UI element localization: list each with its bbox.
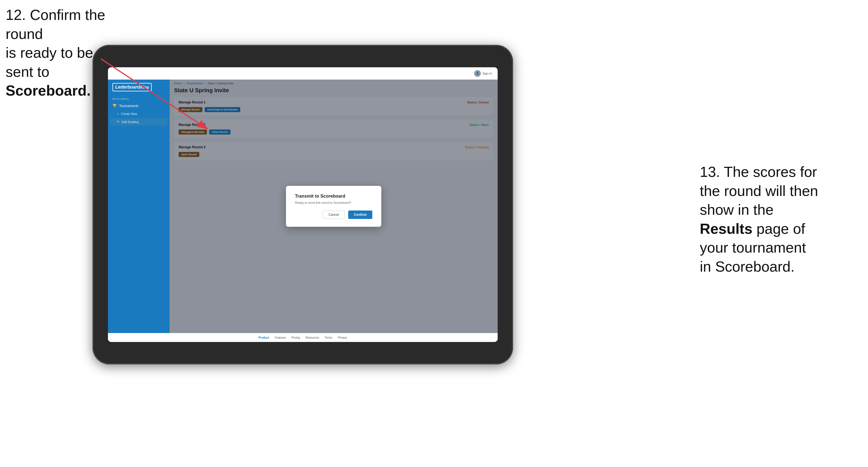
annotation-right-line1: 13. The scores for <box>700 164 817 180</box>
footer-product[interactable]: Product <box>258 336 269 339</box>
annotation-right-line6: in Scoreboard. <box>700 258 795 275</box>
sidebar-item-tournaments[interactable]: 🏆 Tournaments <box>108 101 169 110</box>
tablet-screen: 👤 Sign In LederboardKing MAIN MENU 🏆 Tou… <box>108 67 498 342</box>
annotation-right-results: Results <box>700 221 752 237</box>
logo-king: King <box>140 85 149 90</box>
tablet-shell: 👤 Sign In LederboardKing MAIN MENU 🏆 Tou… <box>93 45 513 365</box>
logo-leader: Le <box>115 85 121 90</box>
main-menu-label: MAIN MENU <box>108 95 169 101</box>
footer-features[interactable]: Features <box>275 336 286 339</box>
confirm-button[interactable]: Confirm <box>348 211 372 219</box>
sidebar: LederboardKing MAIN MENU 🏆 Tournaments +… <box>108 80 169 333</box>
transmit-modal: Transmit to Scoreboard Ready to send thi… <box>286 186 381 227</box>
sidebar-item-create-new[interactable]: + Create New <box>108 110 169 118</box>
sign-in-area[interactable]: 👤 Sign In <box>474 70 492 77</box>
footer-resources[interactable]: Resources <box>306 336 319 339</box>
edit-icon: ✎ <box>117 120 119 124</box>
footer-pricing[interactable]: Pricing <box>291 336 300 339</box>
edit-existing-label: Edit Existing <box>122 120 139 124</box>
footer-terms[interactable]: Terms <box>325 336 332 339</box>
annotation-right-line3: show in the <box>700 201 774 218</box>
annotation-right-line4-rest: page of <box>752 221 805 237</box>
logo-box: LederboardKing <box>113 83 152 91</box>
modal-backdrop: Transmit to Scoreboard Ready to send thi… <box>169 80 498 333</box>
annotation-line3: Scoreboard. <box>6 83 91 99</box>
sidebar-item-edit-existing[interactable]: ✎ Edit Existing <box>110 118 167 126</box>
footer-privacy[interactable]: Privacy <box>338 336 347 339</box>
annotation-right-line2: the round will then <box>700 183 818 199</box>
modal-title: Transmit to Scoreboard <box>295 194 372 199</box>
annotation-right: 13. The scores for the round will then s… <box>700 163 857 276</box>
avatar: 👤 <box>474 70 481 77</box>
annotation-line1: 12. Confirm the round <box>6 7 105 42</box>
create-new-label: Create New <box>121 112 137 116</box>
plus-icon: + <box>117 112 119 116</box>
annotation-right-line5: your tournament <box>700 239 806 256</box>
logo-derboard: derboard <box>121 85 140 90</box>
top-bar: 👤 Sign In <box>108 67 498 80</box>
annotation-line2: is ready to be sent to <box>6 44 93 80</box>
screen-footer: Product Features Pricing Resources Terms… <box>108 333 498 342</box>
sidebar-logo: LederboardKing <box>108 80 169 95</box>
main-layout: LederboardKing MAIN MENU 🏆 Tournaments +… <box>108 80 498 333</box>
sign-in-label[interactable]: Sign In <box>483 72 492 75</box>
modal-buttons: Cancel Confirm <box>295 211 372 219</box>
content-area: Home > Tournaments > State U Spring Invi… <box>169 80 498 333</box>
trophy-icon: 🏆 <box>113 104 117 108</box>
tournaments-label: Tournaments <box>119 104 138 108</box>
cancel-button[interactable]: Cancel <box>323 211 345 219</box>
modal-subtitle: Ready to send this round to Scoreboard? <box>295 201 372 204</box>
